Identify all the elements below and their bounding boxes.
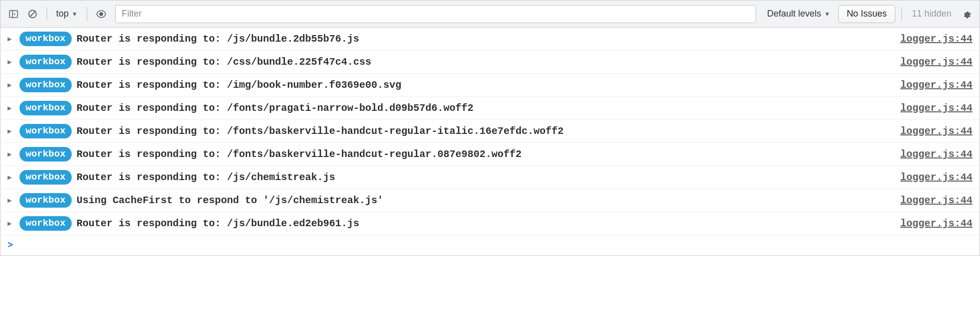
source-link[interactable]: logger.js:44 bbox=[900, 79, 972, 91]
source-link[interactable]: logger.js:44 bbox=[900, 33, 972, 45]
log-row: ▶workboxRouter is responding to: /fonts/… bbox=[1, 143, 979, 166]
log-message: Router is responding to: /css/bundle.225… bbox=[77, 56, 895, 68]
expand-arrow-icon[interactable]: ▶ bbox=[8, 219, 15, 228]
toolbar-divider bbox=[47, 7, 47, 21]
source-link[interactable]: logger.js:44 bbox=[900, 172, 972, 183]
svg-rect-0 bbox=[10, 11, 18, 18]
console-toolbar: top ▼ Default levels ▼ No Issues 11 hidd… bbox=[1, 1, 979, 28]
toggle-console-sidebar-icon[interactable] bbox=[6, 6, 22, 22]
log-row: ▶workboxRouter is responding to: /css/bu… bbox=[1, 51, 979, 74]
log-message: Router is responding to: /fonts/baskervi… bbox=[77, 125, 895, 137]
log-levels-select[interactable]: Default levels ▼ bbox=[762, 7, 835, 21]
source-link[interactable]: logger.js:44 bbox=[900, 102, 972, 114]
issues-button[interactable]: No Issues bbox=[838, 5, 895, 23]
filter-input[interactable] bbox=[115, 5, 756, 23]
expand-arrow-icon[interactable]: ▶ bbox=[8, 173, 15, 182]
svg-point-2 bbox=[100, 13, 103, 16]
source-link[interactable]: logger.js:44 bbox=[900, 56, 972, 68]
workbox-badge: workbox bbox=[20, 193, 72, 208]
log-message: Router is responding to: /img/book-numbe… bbox=[77, 79, 895, 91]
console-prompt[interactable]: > bbox=[1, 235, 979, 255]
log-row: ▶workboxRouter is responding to: /fonts/… bbox=[1, 97, 979, 120]
source-link[interactable]: logger.js:44 bbox=[900, 218, 972, 229]
workbox-badge: workbox bbox=[20, 170, 72, 185]
log-row: ▶workboxUsing CacheFirst to respond to '… bbox=[1, 189, 979, 212]
chevron-down-icon: ▼ bbox=[824, 11, 830, 18]
workbox-badge: workbox bbox=[20, 101, 72, 115]
expand-arrow-icon[interactable]: ▶ bbox=[8, 127, 15, 135]
console-log-list: ▶workboxRouter is responding to: /js/bun… bbox=[1, 28, 979, 235]
source-link[interactable]: logger.js:44 bbox=[900, 148, 972, 160]
gear-icon[interactable] bbox=[958, 6, 974, 22]
workbox-badge: workbox bbox=[20, 147, 72, 162]
workbox-badge: workbox bbox=[20, 32, 72, 46]
log-message: Router is responding to: /fonts/pragati-… bbox=[77, 102, 895, 114]
log-message: Router is responding to: /fonts/baskervi… bbox=[77, 148, 895, 160]
expand-arrow-icon[interactable]: ▶ bbox=[8, 104, 15, 112]
log-row: ▶workboxRouter is responding to: /js/che… bbox=[1, 166, 979, 189]
live-expression-eye-icon[interactable] bbox=[93, 6, 109, 22]
log-message: Router is responding to: /js/bundle.2db5… bbox=[77, 33, 895, 45]
workbox-badge: workbox bbox=[20, 216, 72, 231]
execution-context-select[interactable]: top ▼ bbox=[53, 7, 81, 21]
expand-arrow-icon[interactable]: ▶ bbox=[8, 81, 15, 89]
log-message: Router is responding to: /js/bundle.ed2e… bbox=[77, 218, 895, 229]
expand-arrow-icon[interactable]: ▶ bbox=[8, 196, 15, 205]
expand-arrow-icon[interactable]: ▶ bbox=[8, 58, 15, 66]
source-link[interactable]: logger.js:44 bbox=[900, 195, 972, 206]
source-link[interactable]: logger.js:44 bbox=[900, 125, 972, 137]
toolbar-divider bbox=[87, 7, 87, 21]
workbox-badge: workbox bbox=[20, 55, 72, 69]
expand-arrow-icon[interactable]: ▶ bbox=[8, 150, 15, 158]
log-row: ▶workboxRouter is responding to: /js/bun… bbox=[1, 28, 979, 51]
expand-arrow-icon[interactable]: ▶ bbox=[8, 35, 15, 43]
log-row: ▶workboxRouter is responding to: /img/bo… bbox=[1, 74, 979, 97]
log-message: Router is responding to: /js/chemistreak… bbox=[77, 172, 895, 183]
toolbar-divider bbox=[901, 7, 902, 21]
workbox-badge: workbox bbox=[20, 124, 72, 138]
hidden-messages-count[interactable]: 11 hidden bbox=[908, 9, 955, 19]
clear-console-icon[interactable] bbox=[25, 6, 41, 22]
log-message: Using CacheFirst to respond to '/js/chem… bbox=[77, 195, 895, 206]
log-row: ▶workboxRouter is responding to: /js/bun… bbox=[1, 212, 979, 235]
chevron-down-icon: ▼ bbox=[72, 11, 78, 18]
levels-label: Default levels bbox=[767, 9, 821, 19]
log-row: ▶workboxRouter is responding to: /fonts/… bbox=[1, 120, 979, 143]
context-label: top bbox=[56, 9, 69, 19]
workbox-badge: workbox bbox=[20, 78, 72, 92]
